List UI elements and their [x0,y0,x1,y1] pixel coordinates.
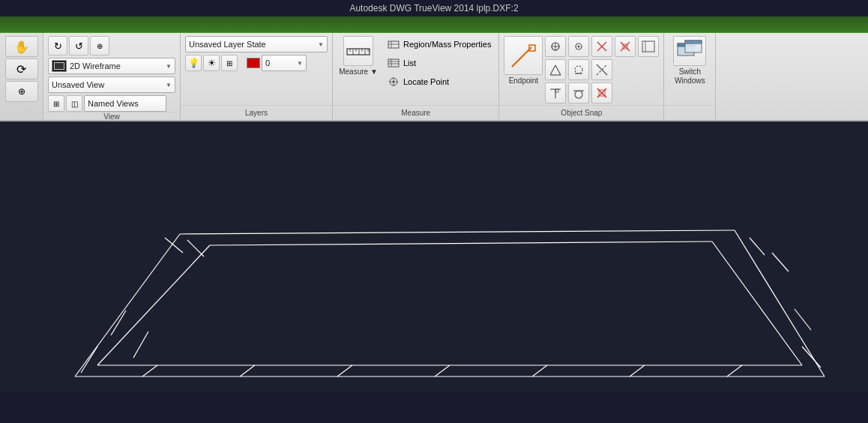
objsnap-section: Endpoint [499,33,664,120]
locate-point-label: Locate Point [403,77,449,86]
snap-perp-btn[interactable] [545,82,566,104]
color-value: 0 [265,58,270,68]
named-views-dropdown[interactable]: Named Views [84,95,166,112]
svg-rect-11 [388,59,399,67]
snap-node-svg [572,40,585,53]
view-dropdown-row: Unsaved View ▼ [48,76,175,93]
title-text: Autodesk DWG TrueView 2014 lplp.DXF:2 [349,3,518,14]
snap-center-btn[interactable] [545,36,566,57]
wireframe-value: 2D Wireframe [70,62,121,70]
list-svg [388,57,400,69]
measure-label-text: Measure [339,68,368,76]
layers-section: Unsaved Layer State ▼ 💡 ☀ ⊞ 0 ▼ [181,33,333,120]
objsnap-section-footer: Object Snap [499,105,663,120]
title-bar: Autodesk DWG TrueView 2014 lplp.DXF:2 [0,0,868,16]
layer-state-value: Unsaved Layer State [189,40,266,49]
snap-center-svg [549,40,562,53]
svg-line-33 [550,65,555,75]
layers-controls: Unsaved Layer State ▼ 💡 ☀ ⊞ 0 ▼ [185,36,328,71]
ribbon-sections: ↻ ↺ ⊕ 2D Wireframe ▼ [43,33,868,120]
layer-sun-btn[interactable]: ☀ [203,55,220,71]
layers-label: Layers [245,109,268,117]
view-section-inner: ↻ ↺ ⊕ 2D Wireframe ▼ [43,33,180,112]
list-label: List [403,58,416,68]
switch-windows-btn[interactable]: SwitchWindows [669,36,711,86]
layer-grid-btn[interactable]: ⊞ [221,55,238,71]
svg-rect-31 [642,41,654,52]
snap-del-btn[interactable] [591,82,612,104]
view-label: View [103,112,120,121]
objsnap-section-inner: Endpoint [499,33,663,105]
measure-big-button[interactable]: Measure ▼ [337,36,379,76]
switch-section-inner: SwitchWindows [664,33,715,105]
snap-perp-svg [549,86,562,100]
snap-button[interactable]: ⊕ [5,81,38,102]
measure-btn-label: Measure ▼ [339,68,378,76]
snap-node-btn[interactable] [568,36,589,57]
switch-icon [673,36,706,66]
snap-midpoint-btn[interactable] [545,59,566,80]
svg-point-36 [575,66,582,74]
locate-svg [388,76,400,88]
switch-section: SwitchWindows [664,33,716,120]
wireframe-dropdown[interactable]: 2D Wireframe ▼ [48,58,175,74]
orbit-button[interactable]: ⟳ [5,58,38,80]
snap-tangent-btn[interactable] [568,82,589,104]
unsaved-view-dropdown[interactable]: Unsaved View ▼ [48,76,175,93]
view-section-footer: View [43,112,180,121]
region-mass-btn[interactable]: Region/Mass Properties [384,36,494,52]
undo-view-btn[interactable]: ↺ [69,36,88,56]
snap-row-2 [545,59,659,80]
color-swatch [247,58,260,68]
measure-section: Measure ▼ [333,33,499,120]
left-sidebar: ✋ ⟳ ⊕ [0,33,43,120]
layers-section-footer: Layers [181,105,332,120]
named-views-icon1[interactable]: ⊞ [48,95,64,112]
snap-midpoint-svg [549,63,562,76]
snap-parallel-btn[interactable] [638,36,659,57]
endpoint-group: Endpoint [504,36,543,85]
snap-x1-btn[interactable] [591,36,612,57]
measure-controls: Measure ▼ [337,36,494,90]
switch-windows-svg [676,38,703,64]
snap-ext-btn[interactable] [568,59,589,80]
list-btn[interactable]: List [384,55,494,71]
view-top-icons: ↻ ↺ ⊕ [48,36,175,56]
view-controls: ↻ ↺ ⊕ 2D Wireframe ▼ [48,36,175,112]
locate-point-btn[interactable]: Locate Point [384,74,494,90]
color-dropdown[interactable]: 0 ▼ [262,55,307,71]
layer-state-dropdown[interactable]: Unsaved Layer State ▼ [185,36,328,52]
region-svg [388,38,400,50]
svg-point-25 [578,46,580,48]
wireframe-dropdown-row: 2D Wireframe ▼ [48,58,175,74]
snap-row-1 [545,36,659,57]
svg-point-18 [393,81,395,83]
endpoint-label-text: Endpoint [509,76,538,85]
snap-int-btn[interactable] [591,59,612,80]
wireframe-arrow: ▼ [166,63,172,70]
pan-button[interactable]: ✋ [5,36,38,57]
unsaved-view-value: Unsaved View [52,80,104,89]
named-views-label: Named Views [88,99,139,108]
list-icon [387,56,400,70]
layer-bulb-btn[interactable]: 💡 [185,55,202,71]
viewport-btn[interactable]: ⊕ [90,36,109,56]
snap-ext-svg [572,63,585,76]
layer-icons-row: 💡 ☀ ⊞ 0 ▼ [185,55,328,71]
svg-rect-51 [685,40,702,44]
snap-x2-svg [618,40,632,53]
svg-line-34 [555,65,561,75]
snap-int-svg [595,63,609,76]
refresh-btn[interactable]: ↻ [48,36,67,56]
named-views-icon2[interactable]: ◫ [66,95,82,112]
drawing-area[interactable] [0,122,868,392]
switch-controls: SwitchWindows [669,36,711,86]
measure-small-buttons: Region/Mass Properties [384,36,494,90]
wireframe-icon [52,60,67,72]
snap-tangent-svg [572,86,585,100]
measure-big-icon [343,36,373,66]
objsnap-controls: Endpoint [504,36,659,104]
snap-del-svg [595,86,609,100]
endpoint-big-btn[interactable] [504,36,543,75]
snap-x2-btn[interactable] [615,36,636,57]
